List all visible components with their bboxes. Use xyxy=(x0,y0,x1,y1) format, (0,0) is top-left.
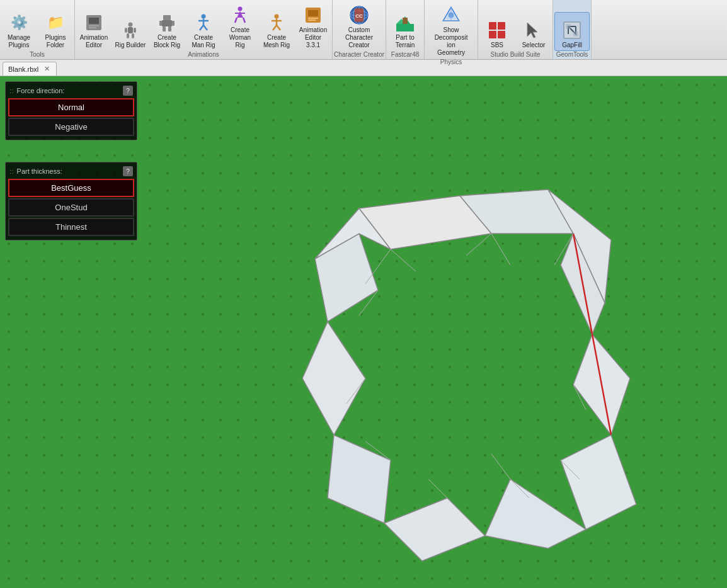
show-decomposition-button[interactable]: Show Decomposition Geometry xyxy=(426,3,476,59)
toolbar-group-fastcar: Part to Terrain Fastcar48 xyxy=(386,0,425,59)
force-normal-option[interactable]: Normal xyxy=(8,98,134,116)
panel-thickness-header[interactable]: :: Part thickness: ? xyxy=(8,165,134,179)
thickness-onestuds-option[interactable]: OneStud xyxy=(8,198,134,217)
show-decomposition-label: Show Decomposition Geometry xyxy=(434,26,468,57)
toolbar-group-animations: Animation Editor Rig Builder xyxy=(75,0,333,59)
toolbar-group-studio-build: SBS Selector Studio Build Suite xyxy=(478,0,553,59)
svg-rect-13 xyxy=(172,21,175,26)
selector-icon xyxy=(524,20,544,40)
svg-rect-14 xyxy=(163,26,166,31)
tab-close-button[interactable]: ✕ xyxy=(42,65,51,74)
show-decomposition-icon xyxy=(441,5,461,25)
selector-button[interactable]: Selector xyxy=(516,12,551,51)
tools-group-label: Tools xyxy=(1,51,73,59)
gapfill-label: GapFill xyxy=(562,42,582,49)
svg-rect-7 xyxy=(134,28,136,33)
create-man-rig-label: Create Man Rig xyxy=(188,34,219,49)
create-block-rig-button[interactable]: Create Block Rig xyxy=(149,10,185,51)
svg-point-25 xyxy=(275,14,279,19)
studio-build-group-label: Studio Build Suite xyxy=(479,51,551,59)
part-to-terrain-label: Part to Terrain xyxy=(389,34,421,49)
panel-thickness-title: Part thickness: xyxy=(17,167,62,175)
sbs-icon xyxy=(487,20,507,40)
plugins-folder-label: Plugins Folder xyxy=(40,34,71,49)
panel-force-header[interactable]: :: Force direction: ? xyxy=(8,84,134,98)
geomtools-group-label: GeomTools xyxy=(554,51,590,59)
manage-plugins-button[interactable]: ⚙️ Manage Plugins xyxy=(1,10,37,51)
animation-editor-33-icon xyxy=(303,5,323,25)
svg-rect-41 xyxy=(396,24,414,31)
svg-marker-54 xyxy=(527,23,537,38)
sbs-button[interactable]: SBS xyxy=(479,12,515,51)
drag-handle-thickness-icon: :: xyxy=(9,168,14,175)
panel-force-title: Force direction: xyxy=(17,87,65,94)
sbs-label: SBS xyxy=(491,42,503,49)
manage-plugins-icon: ⚙️ xyxy=(9,13,29,33)
create-man-rig-button[interactable]: Create Man Rig xyxy=(186,10,221,51)
svg-rect-31 xyxy=(308,10,318,16)
panel-force-title-area: :: Force direction: xyxy=(9,87,64,94)
thickness-bestguess-option[interactable]: BestGuess xyxy=(8,179,134,197)
rig-builder-icon xyxy=(120,20,140,40)
create-block-rig-icon xyxy=(157,13,177,33)
animation-editor-33-button[interactable]: Animation Editor 3.3.1 xyxy=(295,3,331,51)
toolbar-group-tools: ⚙️ Manage Plugins 📁 Plugins Folder Tools xyxy=(0,0,75,59)
svg-rect-1 xyxy=(89,18,99,24)
viewport-background xyxy=(0,76,727,588)
svg-rect-12 xyxy=(159,21,162,26)
animation-editor-icon xyxy=(84,13,104,33)
svg-line-20 xyxy=(203,25,207,30)
char-creator-group-label: Character Creator xyxy=(334,51,384,59)
custom-char-creator-label: Custom Character Creator xyxy=(342,26,376,49)
rig-builder-button[interactable]: Rig Builder xyxy=(113,12,148,51)
part-to-terrain-icon xyxy=(395,13,415,33)
svg-rect-15 xyxy=(168,26,171,31)
custom-char-creator-button[interactable]: CC Custom Character Creator xyxy=(338,3,381,51)
animation-editor-button[interactable]: Animation Editor xyxy=(76,10,112,51)
fastcar-group-label: Fastcar48 xyxy=(387,51,423,59)
toolbar-group-physics: Show Decomposition Geometry Physics xyxy=(425,0,478,59)
gapfill-button[interactable]: GapFill xyxy=(554,12,590,51)
svg-rect-50 xyxy=(489,22,496,30)
panel-thickness-help-button[interactable]: ? xyxy=(123,166,133,176)
svg-rect-8 xyxy=(127,33,129,38)
force-negative-option[interactable]: Negative xyxy=(8,118,134,136)
svg-point-16 xyxy=(202,14,206,19)
panel-force-help-button[interactable]: ? xyxy=(123,86,133,96)
create-woman-rig-button[interactable]: Create Woman Rig xyxy=(222,3,258,51)
svg-line-24 xyxy=(243,18,245,23)
svg-rect-6 xyxy=(125,28,127,33)
thickness-thinnest-option[interactable]: Thinnest xyxy=(8,218,134,236)
part-thickness-panel: :: Part thickness: ? BestGuess OneStud T… xyxy=(5,162,137,240)
create-mesh-rig-button[interactable]: Create Mesh Rig xyxy=(259,10,294,51)
selector-label: Selector xyxy=(522,42,546,49)
animation-editor-label: Animation Editor xyxy=(78,34,110,49)
svg-rect-10 xyxy=(163,15,171,20)
svg-point-21 xyxy=(238,7,243,11)
svg-line-23 xyxy=(235,18,237,23)
animations-group-label: Animations xyxy=(76,51,331,59)
animation-editor-33-label: Animation Editor 3.3.1 xyxy=(297,26,329,49)
create-mesh-rig-label: Create Mesh Rig xyxy=(261,34,292,49)
tabbar: Blank.rbxl ✕ xyxy=(0,60,727,76)
svg-rect-56 xyxy=(566,24,571,29)
svg-line-28 xyxy=(273,25,277,30)
manage-plugins-label: Manage Plugins xyxy=(3,34,35,49)
svg-line-29 xyxy=(277,25,280,30)
drag-handle-icon: :: xyxy=(9,88,14,94)
svg-line-19 xyxy=(200,25,203,30)
svg-text:CC: CC xyxy=(355,13,363,19)
canvas-area: :: Force direction: ? Normal Negative ::… xyxy=(0,76,727,588)
svg-rect-57 xyxy=(573,31,578,37)
tab-blank-rbxl[interactable]: Blank.rbxl ✕ xyxy=(3,62,57,76)
svg-rect-44 xyxy=(403,18,408,24)
toolbar-group-character-creator: CC Custom Character Creator Character Cr… xyxy=(333,0,386,59)
create-block-rig-label: Create Block Rig xyxy=(151,34,183,49)
svg-point-4 xyxy=(129,23,133,27)
plugins-folder-icon: 📁 xyxy=(45,13,66,33)
svg-rect-53 xyxy=(498,31,505,38)
svg-rect-52 xyxy=(489,31,496,38)
part-to-terrain-button[interactable]: Part to Terrain xyxy=(387,10,423,51)
rig-builder-label: Rig Builder xyxy=(115,42,146,49)
plugins-folder-button[interactable]: 📁 Plugins Folder xyxy=(38,10,73,51)
